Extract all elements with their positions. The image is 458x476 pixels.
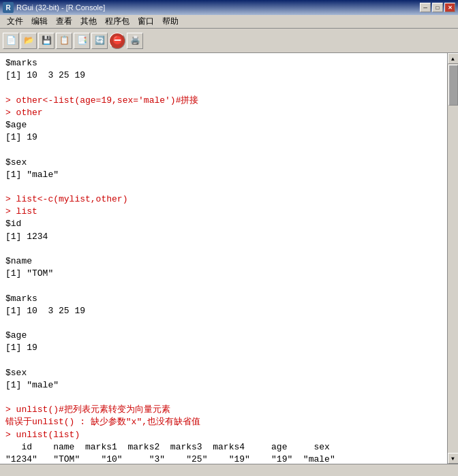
console-line: > other<-list(age=19,sex='male')#拼接 [5,95,442,107]
console-line [5,317,442,330]
menu-view[interactable]: 查看 [52,14,76,29]
console-line: [1] 10 3 25 19 [5,69,442,82]
toolbar-print[interactable]: 🖨️ [127,33,143,49]
console-line [5,144,442,156]
r-console[interactable]: $marks [1] 10 3 25 19 > other<-list(age=… [0,53,447,464]
console-line: $age [5,119,442,131]
console-line: > unlist(list) [5,429,442,441]
console-line: $sex [5,367,442,379]
console-line: $marks [5,293,442,305]
console-line: > unlist()#把列表元素转变为向量元素 [5,404,442,416]
window-title: RGui (32-bit) - [R Console] [16,3,105,12]
menu-window[interactable]: 窗口 [134,14,158,29]
console-line [5,181,442,193]
main-area: $marks [1] 10 3 25 19 > other<-list(age=… [0,53,458,464]
console-line: 错误于unlist() : 缺少参数"x",也没有缺省值 [5,416,442,428]
title-controls: ─ □ ✕ [420,3,455,12]
scroll-down-button[interactable]: ▼ [448,453,459,464]
scroll-track[interactable] [448,64,459,453]
title-bar-left: R RGui (32-bit) - [R Console] [3,2,105,13]
scroll-up-button[interactable]: ▲ [448,53,459,64]
toolbar-stop[interactable]: ⛔ [109,33,125,49]
console-line [5,355,442,367]
console-line: > other [5,107,442,119]
console-line: $marks [5,57,442,69]
console-line: [1] 1234 [5,231,442,243]
toolbar-save[interactable]: 💾 [38,33,55,49]
console-line [5,392,442,404]
console-line: $id [5,218,442,230]
minimize-button[interactable]: ─ [420,3,431,12]
toolbar-copy[interactable]: 📋 [56,33,72,49]
status-bar [0,464,458,476]
console-line [5,82,442,94]
menu-other[interactable]: 其他 [76,14,101,29]
console-line: [1] 19 [5,342,442,354]
toolbar-new[interactable]: 📄 [3,33,19,49]
toolbar: 📄 📂 💾 📋 📑 🔄 ⛔ 🖨️ [0,29,458,53]
toolbar-paste[interactable]: 📑 [74,33,90,49]
console-line: $age [5,330,442,342]
close-button[interactable]: ✕ [444,3,455,12]
menu-packages[interactable]: 程序包 [101,14,134,29]
console-line: > list [5,206,442,218]
menu-file[interactable]: 文件 [3,14,27,29]
title-bar: R RGui (32-bit) - [R Console] ─ □ ✕ [0,0,458,15]
menu-edit[interactable]: 编辑 [27,14,52,29]
console-line: $name [5,255,442,268]
app-icon: R [3,2,14,13]
maximize-button[interactable]: □ [432,3,443,12]
console-line: [1] "male" [5,379,442,392]
console-line: id name marks1 marks2 marks3 marks4 age … [5,441,442,454]
scroll-thumb[interactable] [448,65,458,106]
menu-help[interactable]: 帮助 [158,14,183,29]
console-line: > list<-c(mylist,other) [5,193,442,206]
console-line: [1] 10 3 25 19 [5,305,442,317]
toolbar-open[interactable]: 📂 [20,33,37,49]
console-line: $sex [5,157,442,169]
console-line: [1] "TOM" [5,268,442,280]
console-line: [1] 19 [5,131,442,144]
console-line: [1] "male" [5,169,442,181]
menu-bar: 文件 编辑 查看 其他 程序包 窗口 帮助 [0,15,458,29]
console-line [5,280,442,292]
toolbar-reload[interactable]: 🔄 [91,33,108,49]
console-line: "1234" "TOM" "10" "3" "25" "19" "19" "ma… [5,454,442,464]
scrollbar[interactable]: ▲ ▼ [447,53,458,464]
console-line [5,243,442,255]
